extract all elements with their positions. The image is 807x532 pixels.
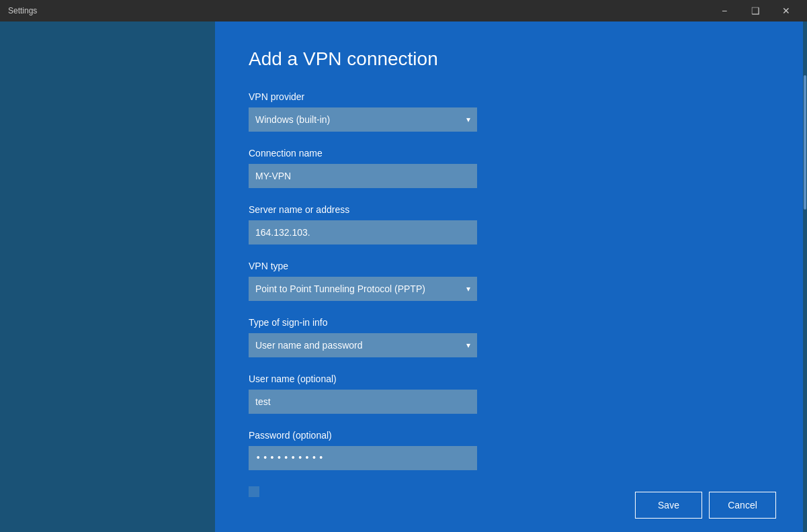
signin-type-select[interactable]: User name and password Certificate xyxy=(249,333,477,357)
window-controls: − ❑ ✕ xyxy=(709,0,802,21)
signin-type-group: Type of sign-in info User name and passw… xyxy=(249,317,769,357)
minimize-button[interactable]: − xyxy=(709,0,740,21)
sidebar xyxy=(0,21,215,532)
signin-type-label: Type of sign-in info xyxy=(249,317,769,328)
connection-name-group: Connection name xyxy=(249,148,769,188)
main-window: Add a VPN connection VPN provider Window… xyxy=(0,21,807,532)
title-bar: Settings − ❑ ✕ xyxy=(0,0,807,21)
scrollbar-thumb[interactable] xyxy=(804,75,806,210)
footer-buttons: Save Cancel xyxy=(635,492,776,519)
vpn-provider-group: VPN provider Windows (built-in) ▾ xyxy=(249,91,769,132)
maximize-button[interactable]: ❑ xyxy=(740,0,771,21)
page-title: Add a VPN connection xyxy=(249,48,769,70)
password-group: Password (optional) xyxy=(249,430,769,470)
vpn-type-select-wrapper: Point to Point Tunneling Protocol (PPTP)… xyxy=(249,277,477,301)
connection-name-input[interactable] xyxy=(249,164,477,188)
cancel-button[interactable]: Cancel xyxy=(709,492,776,519)
app-title: Settings xyxy=(5,6,37,15)
vpn-type-group: VPN type Point to Point Tunneling Protoc… xyxy=(249,261,769,301)
signin-type-select-wrapper: User name and password Certificate ▾ xyxy=(249,333,477,357)
username-group: User name (optional) xyxy=(249,373,769,414)
content-area: Add a VPN connection VPN provider Window… xyxy=(215,21,803,532)
password-label: Password (optional) xyxy=(249,430,769,441)
vpn-type-label: VPN type xyxy=(249,261,769,271)
vpn-provider-label: VPN provider xyxy=(249,91,769,102)
connection-name-label: Connection name xyxy=(249,148,769,159)
username-label: User name (optional) xyxy=(249,373,769,384)
remember-checkbox[interactable] xyxy=(249,486,259,497)
server-address-label: Server name or address xyxy=(249,204,769,215)
save-button[interactable]: Save xyxy=(635,492,702,519)
vpn-type-select[interactable]: Point to Point Tunneling Protocol (PPTP)… xyxy=(249,277,477,301)
vpn-provider-select-wrapper: Windows (built-in) ▾ xyxy=(249,107,477,132)
close-button[interactable]: ✕ xyxy=(771,0,802,21)
scrollbar-track xyxy=(803,21,807,532)
username-input[interactable] xyxy=(249,390,477,414)
server-address-input[interactable] xyxy=(249,220,477,245)
vpn-provider-select[interactable]: Windows (built-in) xyxy=(249,107,477,132)
server-address-group: Server name or address xyxy=(249,204,769,245)
password-input[interactable] xyxy=(249,446,477,470)
